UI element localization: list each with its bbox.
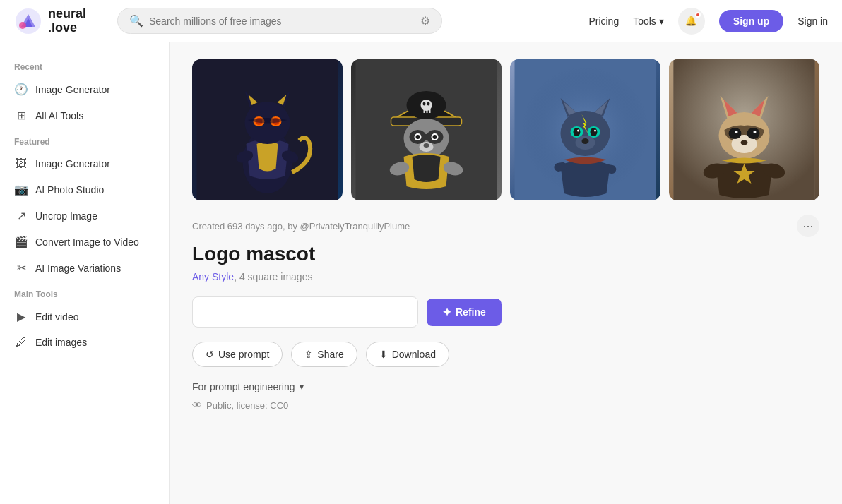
sidebar-item-label: Edit video	[35, 311, 78, 323]
app-container: neural.love 🔍 ⚙ Pricing Tools ▾ 🔔 Sign u…	[0, 0, 842, 504]
sidebar-item-edit-images[interactable]: 🖊 Edit images	[0, 330, 169, 355]
sparkle-icon: ✦	[442, 306, 451, 319]
style-link[interactable]: Any Style	[192, 271, 234, 282]
play-icon: ▶	[14, 310, 28, 323]
sidebar-item-label: AI Image Variations	[35, 263, 121, 274]
filter-icon[interactable]: ⚙	[420, 14, 430, 28]
sidebar-item-label: Image Generator	[35, 158, 110, 169]
featured-section-title: Featured	[0, 128, 169, 151]
sidebar: Recent 🕐 Image Generator ⊞ All AI Tools …	[0, 42, 170, 504]
header: neural.love 🔍 ⚙ Pricing Tools ▾ 🔔 Sign u…	[0, 0, 842, 42]
pricing-link[interactable]: Pricing	[588, 16, 619, 27]
use-prompt-button[interactable]: ↺ Use prompt	[192, 342, 283, 367]
svg-rect-20	[424, 109, 425, 113]
public-label: Public, license: CC0	[206, 400, 288, 411]
svg-point-48	[577, 130, 579, 132]
search-bar: 🔍 ⚙	[117, 8, 442, 34]
sidebar-item-uncrop-image[interactable]: ↗ Uncrop Image	[0, 203, 169, 229]
notification-dot	[695, 12, 701, 18]
header-nav: Pricing Tools ▾ 🔔 Sign up Sign in	[588, 8, 828, 35]
content-subtitle: Any Style, 4 square images	[192, 271, 819, 282]
svg-point-49	[594, 130, 596, 132]
svg-point-46	[574, 128, 581, 136]
prompt-engineering-toggle[interactable]: For prompt engineering ▾	[192, 381, 819, 392]
logo-icon	[14, 7, 42, 35]
logo-text: neural.love	[48, 7, 86, 35]
sidebar-item-label: AI Photo Studio	[35, 184, 104, 196]
svg-point-63	[729, 128, 742, 139]
signup-button[interactable]: Sign up	[719, 10, 783, 32]
share-icon: ⇪	[304, 349, 313, 360]
image-card-2[interactable]	[351, 59, 502, 200]
sidebar-item-label: Uncrop Image	[35, 210, 97, 222]
expand-icon: ↗	[14, 209, 28, 222]
notification-bell-button[interactable]: 🔔	[678, 8, 705, 35]
svg-point-1	[19, 22, 26, 29]
image-card-1[interactable]	[192, 59, 343, 200]
sidebar-item-ai-image-variations[interactable]: ✂ AI Image Variations	[0, 255, 169, 281]
sidebar-item-label: Edit images	[35, 337, 87, 348]
svg-point-67	[741, 140, 748, 145]
main-tools-section-title: Main tools	[0, 281, 169, 304]
sidebar-item-ai-photo-studio[interactable]: 📷 AI Photo Studio	[0, 176, 169, 203]
use-prompt-icon: ↺	[206, 349, 214, 360]
svg-point-65	[735, 131, 738, 133]
svg-point-31	[416, 135, 420, 139]
share-button[interactable]: ⇪ Share	[291, 342, 357, 367]
action-row: ↺ Use prompt ⇪ Share ⬇ Download	[192, 342, 819, 367]
body-container: Recent 🕐 Image Generator ⊞ All AI Tools …	[0, 42, 842, 504]
sidebar-item-label: Image Generator	[35, 84, 110, 95]
video-icon: 🎬	[14, 235, 28, 248]
svg-rect-21	[427, 109, 428, 113]
svg-point-51	[582, 138, 589, 144]
meta-created-text: Created 693 days ago, by @PrivatelyTranq…	[192, 221, 410, 232]
svg-point-32	[433, 135, 437, 139]
subtitle-count: , 4 square images	[234, 271, 312, 282]
signin-link[interactable]: Sign in	[797, 16, 828, 27]
eye-icon: 👁	[192, 400, 202, 411]
search-input[interactable]	[149, 16, 415, 27]
sidebar-item-image-generator[interactable]: 🖼 Image Generator	[0, 151, 169, 176]
logo[interactable]: neural.love	[14, 7, 106, 35]
svg-point-23	[423, 102, 426, 106]
content-title: Logo mascot	[192, 243, 819, 265]
svg-rect-22	[429, 109, 431, 113]
refine-btn-label: Refine	[456, 306, 486, 318]
use-prompt-label: Use prompt	[218, 349, 269, 360]
chevron-down-icon: ▾	[300, 382, 304, 392]
image-icon: 🖼	[14, 157, 28, 170]
grid-icon: ⊞	[14, 109, 28, 122]
variations-icon: ✂	[14, 261, 28, 275]
sidebar-item-edit-video[interactable]: ▶ Edit video	[0, 304, 169, 330]
prompt-eng-label: For prompt engineering	[192, 381, 295, 392]
meta-info: Created 693 days ago, by @PrivatelyTranq…	[192, 215, 819, 237]
sidebar-item-all-ai-tools[interactable]: ⊞ All AI Tools	[0, 102, 169, 128]
edit-icon: 🖊	[14, 336, 28, 349]
sidebar-item-convert-image-to-video[interactable]: 🎬 Convert Image to Video	[0, 229, 169, 255]
chevron-down-icon: ▾	[659, 16, 664, 27]
svg-point-24	[427, 102, 430, 106]
clock-icon: 🕐	[14, 83, 28, 96]
sidebar-item-label: All AI Tools	[35, 110, 83, 121]
refine-input[interactable]	[192, 296, 418, 328]
svg-point-66	[754, 131, 757, 133]
download-label: Download	[392, 349, 436, 360]
sidebar-item-image-generator-recent[interactable]: 🕐 Image Generator	[0, 76, 169, 102]
main-content: Created 693 days ago, by @PrivatelyTranq…	[170, 42, 842, 504]
svg-point-34	[424, 143, 429, 148]
download-button[interactable]: ⬇ Download	[366, 342, 449, 367]
download-icon: ⬇	[379, 349, 388, 360]
tools-menu[interactable]: Tools ▾	[633, 16, 664, 27]
refine-button[interactable]: ✦ Refine	[427, 299, 502, 326]
more-options-button[interactable]: ···	[797, 215, 819, 237]
sidebar-item-label: Convert Image to Video	[35, 236, 139, 248]
svg-point-64	[747, 128, 760, 139]
refine-row: ✦ Refine	[192, 296, 819, 328]
search-icon: 🔍	[129, 14, 143, 28]
image-card-4[interactable]	[669, 59, 819, 200]
image-grid	[192, 59, 819, 200]
image-card-3[interactable]	[510, 59, 660, 200]
share-label: Share	[317, 349, 343, 360]
camera-icon: 📷	[14, 183, 28, 196]
public-info: 👁 Public, license: CC0	[192, 400, 819, 411]
